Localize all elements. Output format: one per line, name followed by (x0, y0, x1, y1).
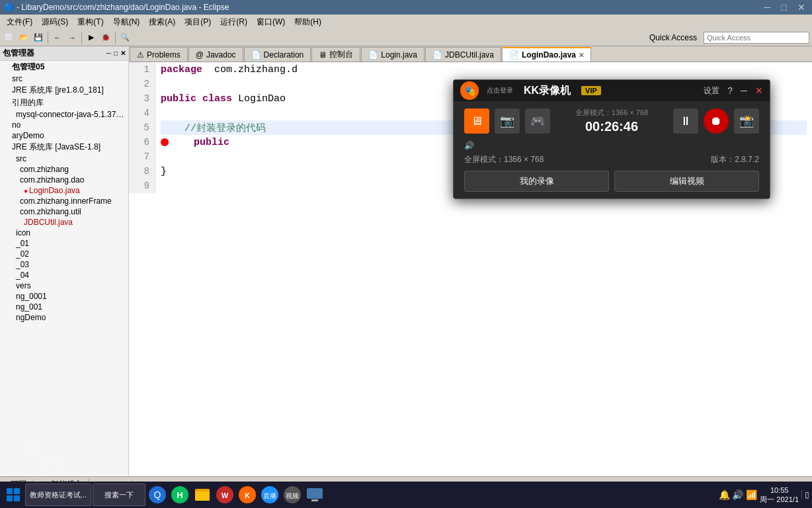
menu-project[interactable]: 项目(P) (181, 15, 215, 29)
sidebar-item-src1[interactable]: src (0, 73, 128, 84)
kk-record-btn[interactable]: ⏺ (704, 108, 729, 134)
sidebar-item-no[interactable]: no (0, 120, 128, 130)
sidebar-item-jse[interactable]: JRE 系统库 [JavaSE-1.8] (0, 141, 128, 153)
sidebar-item-vers[interactable]: vers (0, 280, 128, 291)
taskbar-video[interactable]: 视频 (282, 484, 303, 505)
taskbar-start[interactable] (3, 484, 24, 505)
tab-console-icon: 🖥 (319, 50, 327, 60)
taskbar-kk[interactable]: K (237, 484, 258, 505)
toolbar-run[interactable]: ▶ (85, 31, 98, 44)
quick-access-input[interactable] (704, 32, 809, 44)
toolbar-back[interactable]: ← (51, 31, 64, 44)
kk-settings-label[interactable]: 设置 (704, 85, 719, 97)
tab-problems[interactable]: ⚠ Problems (130, 47, 188, 62)
tab-declaration[interactable]: 📄 Declaration (244, 47, 311, 62)
toolbar-open[interactable]: 📂 (17, 31, 30, 44)
toolbar-new[interactable]: ⬜ (3, 31, 16, 44)
sidebar-item-ngdemo[interactable]: ngDemo (0, 312, 128, 323)
svg-text:K: K (245, 491, 250, 499)
line-numbers: 1 2 3 4 5 6 7 8 9 (129, 62, 155, 193)
title-bar-right: ─ □ ✕ (762, 2, 808, 13)
taskbar-show-desktop[interactable]: ▯ (801, 490, 809, 499)
kk-edit-video-btn[interactable]: 编辑视频 (614, 171, 759, 192)
error-marker (161, 138, 169, 146)
menu-source[interactable]: 源码(S) (38, 15, 72, 29)
sidebar-maximize-icon[interactable]: □ (114, 50, 118, 57)
sidebar-item-02[interactable]: _02 (0, 249, 128, 259)
sidebar-item-reflibs[interactable]: 引用的库 (0, 97, 128, 109)
sidebar-item-04[interactable]: _04 (0, 270, 128, 280)
tab-logindao-java[interactable]: 📄 LoginDao.java ✕ (502, 47, 591, 62)
kk-screenshot-btn[interactable]: 📸 (734, 108, 759, 134)
kk-game-btn[interactable]: 🎮 (525, 108, 550, 134)
kk-minimize-btn[interactable]: ─ (741, 85, 747, 96)
sidebar-item-arydemo[interactable]: aryDemo (0, 130, 128, 141)
close-window-button[interactable]: ✕ (795, 2, 808, 13)
toolbar-debug[interactable]: 🐞 (99, 31, 112, 44)
menu-run[interactable]: 运行(R) (216, 15, 251, 29)
toolbar-separator-2 (81, 32, 82, 44)
kk-login-label[interactable]: 点击登录 (487, 86, 513, 95)
sidebar-minimize-icon[interactable]: ─ (106, 50, 111, 57)
toolbar-forward[interactable]: → (65, 31, 79, 44)
taskbar-search[interactable]: 搜素一下 (93, 484, 145, 506)
line-num-6: 6 (134, 135, 149, 149)
taskbar-files[interactable] (192, 484, 213, 505)
kk-my-recordings-btn[interactable]: 我的录像 (464, 171, 609, 192)
sidebar-item-pkg-dao[interactable]: com.zhizhang.dao (0, 175, 128, 185)
menu-search[interactable]: 搜索(A) (145, 15, 179, 29)
sidebar-item-logindao[interactable]: ●LoginDao.java (0, 185, 128, 196)
sidebar-item-ng0001[interactable]: ng_0001 (0, 291, 128, 302)
error-icon: ● (24, 187, 28, 194)
kk-close-btn[interactable]: ✕ (755, 85, 763, 96)
sidebar-item-util[interactable]: com.zhizhang.util (0, 206, 128, 217)
taskbar-wechat[interactable]: H (169, 484, 190, 505)
line-num-3: 3 (134, 91, 149, 106)
maximize-button[interactable]: □ (779, 2, 790, 13)
tab-logindao-close[interactable]: ✕ (579, 52, 584, 59)
menu-window[interactable]: 窗口(W) (253, 15, 289, 29)
toolbar-separator-1 (48, 32, 48, 44)
kk-pause-btn[interactable]: ⏸ (673, 108, 698, 134)
menu-navigate[interactable]: 导航(N) (109, 15, 144, 29)
tab-javadoc[interactable]: @ Javadoc (188, 47, 243, 62)
sidebar-item-project[interactable]: 包管理05 (0, 61, 128, 73)
toolbar-search[interactable]: 🔍 (118, 31, 132, 44)
sidebar-item-ng001[interactable]: ng_001 (0, 302, 128, 312)
line-num-7: 7 (134, 149, 149, 164)
time-display: 10:55 (760, 486, 799, 495)
taskbar-wps[interactable]: W (214, 484, 235, 505)
taskbar-desktop[interactable] (304, 484, 325, 505)
sidebar-item-src2[interactable]: src (0, 153, 128, 164)
sidebar-item-01[interactable]: _01 (0, 238, 128, 249)
svg-rect-2 (7, 495, 13, 501)
taskbar-eclipse[interactable]: 教师资格证考试... (25, 484, 91, 506)
toolbar-separator-3 (115, 32, 116, 44)
tab-login-java[interactable]: 📄 Login.java (361, 47, 425, 62)
sidebar-item-03[interactable]: _03 (0, 259, 128, 270)
menu-refactor[interactable]: 重构(T) (73, 15, 107, 29)
toolbar: ⬜ 📂 💾 ← → ▶ 🐞 🔍 Quick Access (0, 29, 812, 46)
taskbar-live[interactable]: 直播 (259, 484, 280, 505)
toolbar-save[interactable]: 💾 (32, 31, 45, 44)
sidebar-item-innerframe[interactable]: com.zhizhang.innerFrame (0, 196, 128, 206)
kk-title-text: KK录像机 (524, 84, 571, 98)
line-num-8: 8 (134, 164, 149, 179)
sidebar-item-icon[interactable]: icon (0, 228, 128, 238)
sidebar-item-pkg1[interactable]: com.zhizhang (0, 164, 128, 175)
menu-file[interactable]: 文件(F) (3, 15, 36, 29)
minimize-button[interactable]: ─ (762, 2, 774, 13)
kk-monitor-btn[interactable]: 🖥 (464, 108, 489, 134)
taskbar-qq[interactable]: Q (147, 484, 168, 505)
kk-webcam-btn[interactable]: 📷 (495, 108, 520, 134)
tab-login-label: Login.java (381, 50, 417, 60)
menu-help[interactable]: 帮助(H) (290, 15, 325, 29)
tab-jdbcutil-java[interactable]: 📄 JDBCUtil.java (425, 47, 501, 62)
sidebar-item-mysql[interactable]: mysql-connector-java-5.1.37-bin (0, 109, 128, 120)
sidebar-item-jre[interactable]: JRE 系统库 [jre1.8.0_181] (0, 84, 128, 97)
app-icon: 🔵 (4, 3, 14, 12)
kk-question-btn[interactable]: ? (727, 85, 733, 96)
sidebar-close-icon[interactable]: ✕ (120, 50, 126, 57)
tab-console[interactable]: 🖥 控制台 (311, 47, 360, 62)
sidebar-item-jdbcutil[interactable]: JDBCUtil.java (0, 217, 128, 228)
